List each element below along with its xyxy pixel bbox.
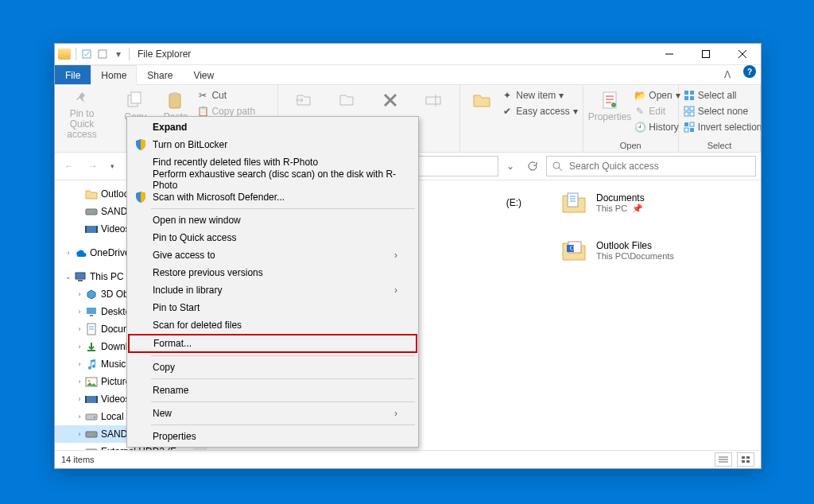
history-button[interactable]: 🕘History — [634, 120, 680, 134]
pic-icon — [85, 375, 98, 388]
context-menu-item[interactable]: Restore previous versions — [129, 264, 417, 281]
context-menu-item[interactable]: Include in library› — [129, 281, 417, 299]
recent-dropdown[interactable]: ▾ — [107, 157, 117, 176]
invert-selection-button[interactable]: Invert selection — [684, 120, 761, 134]
tab-home[interactable]: Home — [91, 65, 137, 85]
collapse-ribbon-icon[interactable]: ᐱ — [716, 65, 738, 84]
context-menu-item[interactable]: Expand — [129, 118, 417, 136]
back-button[interactable]: ← — [60, 157, 79, 176]
context-menu-item[interactable]: Open in new window — [129, 211, 417, 229]
app-icon — [58, 48, 71, 60]
status-bar: 14 items — [55, 450, 761, 468]
svg-rect-36 — [76, 273, 85, 279]
context-menu-label: Find recently deleted files with R-Photo — [153, 157, 318, 168]
pin-to-quick-button[interactable]: Pin to Quick access — [60, 88, 104, 138]
open-button[interactable]: 📂Open ▾ — [634, 88, 680, 103]
content-item[interactable]: (E:) — [474, 188, 521, 217]
svg-rect-9 — [172, 92, 177, 95]
context-menu-label: Restore previous versions — [153, 267, 263, 278]
chevron-right-icon: › — [394, 408, 397, 419]
context-menu-item[interactable]: Scan with Microsoft Defender... — [129, 188, 417, 206]
context-menu-item[interactable]: Pin to Start — [129, 299, 417, 316]
context-menu-item[interactable]: New› — [129, 405, 417, 422]
svg-rect-35 — [96, 226, 98, 233]
svg-rect-51 — [86, 432, 97, 437]
svg-rect-18 — [684, 96, 688, 100]
context-menu-item[interactable]: Properties — [129, 428, 417, 445]
context-menu-item[interactable]: Give access to› — [129, 246, 417, 264]
video-icon — [85, 223, 98, 235]
properties-button[interactable]: Properties — [588, 88, 632, 138]
help-icon[interactable]: ? — [743, 65, 756, 78]
tree-item-label: This PC — [90, 271, 124, 282]
ribbon-tabs: File Home Share View ᐱ ? — [55, 65, 761, 85]
svg-rect-20 — [684, 107, 688, 110]
context-menu-item[interactable]: Rename — [129, 382, 417, 399]
tab-view[interactable]: View — [183, 65, 224, 84]
context-menu-item[interactable]: Perform exhaustive search (disc scan) on… — [129, 171, 417, 188]
tab-file[interactable]: File — [55, 65, 91, 84]
video-icon — [85, 393, 98, 405]
qat-icon[interactable] — [97, 48, 108, 60]
context-menu-label: Pin to Quick access — [153, 232, 236, 243]
address-dropdown[interactable]: ⌄ — [503, 157, 517, 175]
context-menu-label: Scan for deleted files — [153, 320, 242, 331]
select-none-button[interactable]: Select none — [684, 104, 761, 118]
easy-access-button[interactable]: ✔Easy access ▾ — [502, 104, 577, 118]
new-folder-button[interactable] — [465, 88, 499, 138]
documents-icon — [560, 188, 588, 217]
svg-rect-8 — [169, 94, 180, 108]
content-item[interactable]: OOutlook FilesThis PC\Documents — [560, 236, 719, 265]
hdd-icon — [85, 445, 98, 450]
context-menu-item[interactable]: Format... — [128, 334, 417, 353]
pin-icon — [71, 90, 93, 107]
minimize-button[interactable] — [651, 44, 688, 64]
context-menu-item[interactable]: Pin to Quick access — [129, 229, 417, 246]
svg-rect-24 — [684, 122, 688, 126]
svg-rect-47 — [85, 396, 87, 403]
context-menu-label: Expand — [153, 122, 187, 133]
pc-icon — [74, 270, 87, 283]
edit-button[interactable]: ✎Edit — [634, 104, 680, 118]
svg-line-29 — [559, 168, 562, 171]
maximize-button[interactable] — [688, 44, 724, 64]
properties-icon — [599, 90, 621, 110]
edit-icon: ✎ — [634, 106, 645, 117]
context-menu-item[interactable]: Copy — [129, 359, 417, 376]
context-menu-item[interactable]: Scan for deleted files — [129, 316, 417, 334]
svg-rect-39 — [90, 315, 93, 316]
details-view-button[interactable] — [715, 452, 732, 467]
icons-view-button[interactable] — [737, 452, 754, 467]
qat-chk-icon[interactable] — [81, 48, 92, 60]
search-box[interactable] — [546, 156, 756, 176]
context-menu-item[interactable]: Turn on BitLocker — [129, 136, 417, 153]
chevron-right-icon: › — [394, 285, 397, 296]
new-item-button[interactable]: ✦New item ▾ — [502, 88, 577, 103]
svg-rect-19 — [690, 96, 694, 100]
context-menu-label: Properties — [153, 431, 196, 442]
content-item[interactable]: DocumentsThis PC 📌 — [560, 188, 719, 217]
svg-rect-27 — [690, 128, 694, 132]
refresh-button[interactable] — [522, 157, 541, 176]
chevron-right-icon: › — [394, 250, 397, 261]
hdd-icon — [85, 410, 98, 423]
svg-rect-33 — [87, 226, 96, 233]
easyaccess-icon: ✔ — [502, 106, 513, 117]
open-icon: 📂 — [634, 90, 645, 101]
rename-button[interactable] — [414, 88, 455, 138]
context-menu-label: Copy — [153, 362, 175, 373]
titlebar: ▾ File Explorer — [55, 44, 761, 65]
tab-share[interactable]: Share — [137, 65, 183, 84]
cut-button[interactable]: ✂Cut — [197, 88, 273, 103]
svg-rect-1 — [99, 50, 107, 58]
tree-item-label: Music — [101, 359, 126, 370]
qat-dropdown-icon[interactable]: ▾ — [113, 48, 124, 60]
context-menu[interactable]: ExpandTurn on BitLockerFind recently del… — [126, 116, 419, 448]
close-button[interactable] — [724, 44, 761, 64]
forward-button[interactable]: → — [83, 157, 103, 176]
svg-point-50 — [94, 417, 95, 418]
svg-rect-12 — [426, 97, 440, 104]
select-all-button[interactable]: Select all — [684, 88, 761, 103]
shield-icon — [134, 190, 148, 204]
search-input[interactable] — [568, 160, 750, 173]
